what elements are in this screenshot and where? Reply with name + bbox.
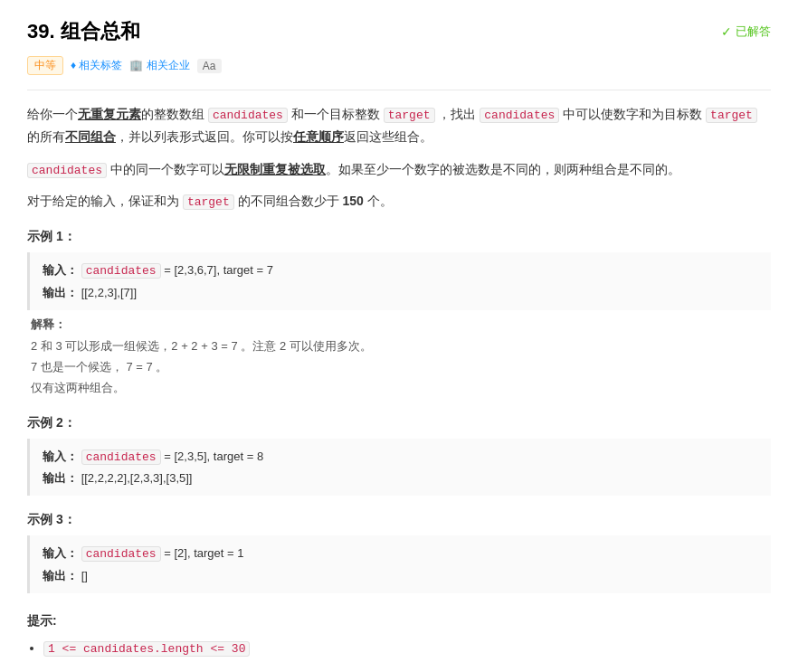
example-3: 示例 3： 输入： candidates = [2], target = 1 输… xyxy=(27,512,771,593)
hints-title: 提示: xyxy=(27,613,771,629)
explanation-line-2: 7 也是一个候选， 7 = 7 。 xyxy=(31,360,167,374)
hint-item-1: 1 <= candidates.length <= 30 xyxy=(43,639,771,659)
solved-label: 已解答 xyxy=(736,24,771,40)
example-2-input-value: = [2,3,5], target = 8 xyxy=(164,450,263,463)
solved-badge: ✓ 已解答 xyxy=(721,24,771,40)
example-2-block: 输入： candidates = [2,3,5], target = 8 输出：… xyxy=(27,439,771,497)
related-company-link[interactable]: 🏢 相关企业 xyxy=(129,58,189,73)
example-3-output-label: 输出： xyxy=(43,569,78,582)
code-target-1: target xyxy=(384,108,435,123)
code-candidates-2: candidates xyxy=(480,108,559,123)
bold-unlimited: 无限制重复被选取 xyxy=(224,162,326,176)
code-candidates-1: candidates xyxy=(208,108,288,123)
problem-description: 给你一个无重复元素的整数数组 candidates 和一个目标整数 target… xyxy=(27,103,771,213)
related-tags-link[interactable]: ♦ 相关标签 xyxy=(71,58,122,73)
code-candidates-3: candidates xyxy=(27,163,107,178)
example-3-block: 输入： candidates = [2], target = 1 输出： [] xyxy=(27,535,771,593)
difficulty-tag[interactable]: 中等 xyxy=(27,56,63,75)
example-3-input-label: 输入： xyxy=(43,546,78,560)
hint-1-code: 1 <= candidates.length <= 30 xyxy=(43,641,250,657)
example-3-output-value: [] xyxy=(81,569,88,582)
code-candidates-ex2: candidates xyxy=(81,450,161,465)
code-target-3: target xyxy=(183,194,234,210)
example-2-title: 示例 2： xyxy=(27,415,771,431)
example-1: 示例 1： 输入： candidates = [2,3,6,7], target… xyxy=(27,229,771,398)
bold-diff-combo: 不同组合 xyxy=(65,129,116,144)
example-1-block: 输入： candidates = [2,3,6,7], target = 7 输… xyxy=(27,252,771,310)
problem-title: 39. 组合总和 xyxy=(27,18,140,45)
bold-any-order: 任意顺序 xyxy=(293,129,344,144)
font-size-tag[interactable]: Aa xyxy=(197,59,222,73)
example-1-input-value: = [2,3,6,7], target = 7 xyxy=(164,263,273,277)
explanation-line-1: 2 和 3 可以形成一组候选，2 + 2 + 3 = 7 。注意 2 可以使用多… xyxy=(31,339,372,353)
divider xyxy=(27,90,771,90)
example-2-output-value: [[2,2,2,2],[2,3,3],[3,5]] xyxy=(81,471,193,485)
number-150: 150 xyxy=(342,194,363,208)
code-target-2: target xyxy=(706,108,757,123)
example-2-input-label: 输入： xyxy=(43,450,78,463)
bold-no-dup: 无重复元素 xyxy=(78,107,141,121)
example-3-title: 示例 3： xyxy=(27,512,771,528)
example-1-title: 示例 1： xyxy=(27,229,771,245)
code-candidates-ex3: candidates xyxy=(81,546,161,562)
example-1-explanation: 解释： 2 和 3 可以形成一组候选，2 + 2 + 3 = 7 。注意 2 可… xyxy=(27,314,771,399)
tags-row: 中等 ♦ 相关标签 🏢 相关企业 Aa xyxy=(27,56,771,75)
example-2-output-label: 输出： xyxy=(43,471,78,485)
example-1-output-label: 输出： xyxy=(43,286,78,299)
example-2: 示例 2： 输入： candidates = [2,3,5], target =… xyxy=(27,415,771,497)
example-1-input-label: 输入： xyxy=(43,263,78,277)
explanation-line-3: 仅有这两种组合。 xyxy=(31,381,125,394)
example-1-output-value: [[2,2,3],[7]] xyxy=(81,286,137,299)
explanation-label: 解释： xyxy=(31,317,66,331)
check-icon: ✓ xyxy=(721,24,732,39)
code-candidates-ex1: candidates xyxy=(81,263,161,279)
example-3-input-value: = [2], target = 1 xyxy=(164,546,243,560)
hints-section: 提示: 1 <= candidates.length <= 30 2 <= ca… xyxy=(27,613,771,672)
hints-list: 1 <= candidates.length <= 30 2 <= candid… xyxy=(27,639,771,672)
